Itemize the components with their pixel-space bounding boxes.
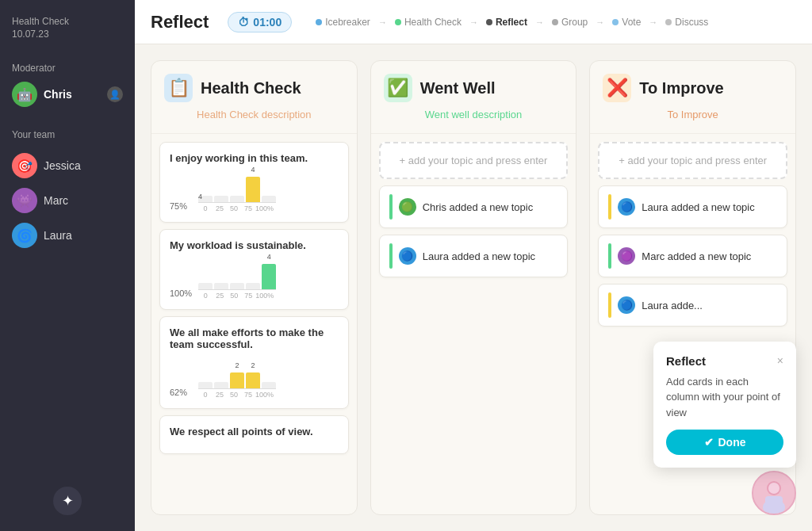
member-name-jessica: Jessica — [44, 159, 81, 172]
user-avatar-svg — [753, 472, 795, 514]
add-topic-to-improve[interactable]: + add your topic and press enter — [598, 142, 787, 179]
moderator-name: Chris — [44, 88, 72, 101]
topic-avatar-laura-ti: 🔵 — [618, 198, 635, 216]
topbar: Reflect ⏱ 01:00 Icebreaker → Health Chec… — [135, 0, 812, 44]
pipe-dot-discuss — [665, 19, 672, 25]
pipe-label-icebreaker: Icebreaker — [325, 17, 370, 28]
hbar-percent-3: 62% — [170, 388, 192, 397]
sidebar-bottom: ✦ — [12, 487, 123, 515]
pipe-step-discuss[interactable]: Discuss — [661, 15, 713, 29]
project-date: 10.07.23 — [12, 29, 123, 41]
health-card-4[interactable]: We respect all points of view. — [159, 415, 349, 454]
avatar-marc: 👾 — [12, 188, 37, 213]
hbar-chart-1: 4 4 — [198, 170, 276, 202]
avatar-laura: 🌀 — [12, 223, 37, 248]
timer-value: 01:00 — [253, 16, 282, 29]
col-title-went-well: Went Well — [420, 79, 496, 97]
pipe-dot-group — [552, 19, 558, 25]
column-header-to-improve: ❌ To Improve To Improve — [590, 61, 795, 134]
topic-card-laura-ww[interactable]: 🔵 Laura added a new topic — [379, 235, 569, 277]
topic-bar-laura-ti — [608, 194, 611, 220]
hbar-axis-1: 0255075100% — [198, 202, 276, 212]
pipe-arrow-3: → — [535, 17, 544, 27]
moderator-settings-icon[interactable]: 👤 — [107, 86, 123, 102]
pipe-step-reflect[interactable]: Reflect — [481, 15, 532, 29]
timer-badge[interactable]: ⏱ 01:00 — [228, 12, 292, 32]
team-section: Your team 🎯 Jessica 👾 Marc 🌀 Laura — [12, 126, 123, 253]
bottom-user-avatar[interactable] — [752, 471, 796, 515]
bot-icon[interactable]: ✦ — [53, 487, 82, 515]
column-header-went-well: ✅ Went Well Went well description — [371, 61, 576, 134]
tooltip-header: Reflect × — [666, 354, 783, 368]
team-member-marc[interactable]: 👾 Marc — [12, 183, 123, 218]
hbar-container-1: 75% 4 4 — [170, 170, 339, 212]
topic-text-laura-ti: Laura added a new topic — [642, 201, 754, 213]
health-card-title-4: We respect all points of view. — [170, 426, 339, 437]
topic-card-chris[interactable]: 🟢 Chris added a new topic — [379, 185, 569, 228]
tooltip-body: Add cards in each column with your point… — [666, 374, 783, 421]
add-topic-went-well[interactable]: + add your topic and press enter — [379, 142, 569, 179]
pipe-dot-icebreaker — [316, 19, 322, 25]
topic-avatar-laura2-ti: 🔵 — [618, 296, 635, 314]
column-health-check: 📋 Health Check Health Check description … — [151, 60, 358, 515]
content-area: 📋 Health Check Health Check description … — [135, 44, 812, 531]
col-title-health-check: Health Check — [201, 79, 301, 97]
pipe-label-discuss: Discuss — [675, 17, 708, 28]
topic-bar-chris — [389, 194, 393, 220]
tooltip-close-button[interactable]: × — [777, 354, 783, 367]
project-title-text: Health Check — [12, 16, 123, 29]
column-header-top-2: ✅ Went Well — [384, 74, 564, 102]
pipe-arrow-2: → — [469, 17, 478, 27]
col-desc-to-improve: To Improve — [603, 105, 783, 127]
topic-bar-laura2-ti — [608, 292, 611, 318]
pipe-dot-healthcheck — [395, 19, 401, 25]
hbar-chart-2: 4 — [198, 258, 276, 289]
col-icon-health-check: 📋 — [164, 74, 193, 102]
tooltip-done-button[interactable]: ✔ Done — [666, 430, 783, 455]
health-card-3[interactable]: We all make efforts to make the team suc… — [159, 316, 349, 409]
moderator-label: Moderator — [12, 63, 123, 74]
avatar-chris: 🤖 — [12, 82, 37, 107]
col-icon-to-improve: ❌ — [603, 74, 631, 102]
topic-bar-marc-ti — [608, 243, 611, 269]
timer-icon: ⏱ — [238, 16, 249, 29]
done-checkmark-icon: ✔ — [704, 436, 714, 449]
pipe-step-group[interactable]: Group — [547, 15, 592, 29]
team-member-laura[interactable]: 🌀 Laura — [12, 218, 123, 253]
pipe-step-icebreaker[interactable]: Icebreaker — [311, 15, 375, 29]
pipe-step-healthcheck[interactable]: Health Check — [390, 15, 466, 29]
team-member-jessica[interactable]: 🎯 Jessica — [12, 148, 123, 183]
topic-bar-laura-ww — [389, 243, 393, 269]
topic-text-laura2-ti: Laura adde... — [642, 300, 703, 311]
health-card-1[interactable]: I enjoy working in this team. 75% 4 — [159, 142, 349, 223]
svg-rect-4 — [765, 496, 783, 507]
topic-avatar-laura-ww: 🔵 — [399, 247, 416, 265]
pipe-label-healthcheck: Health Check — [404, 17, 462, 28]
topic-card-laura2-ti[interactable]: 🔵 Laura adde... — [598, 284, 787, 327]
topic-card-marc-ti[interactable]: 🟣 Marc added a new topic — [598, 235, 787, 277]
moderator-row: 🤖 Chris 👤 — [12, 82, 123, 107]
health-card-title-1: I enjoy working in this team. — [170, 152, 339, 164]
pipe-arrow-1: → — [378, 17, 387, 27]
column-header-health-check: 📋 Health Check Health Check description — [151, 61, 357, 134]
col-desc-health-check: Health Check description — [164, 105, 344, 127]
pipe-arrow-5: → — [649, 17, 657, 27]
topic-text-laura-ww: Laura added a new topic — [423, 250, 535, 262]
health-card-title-2: My workload is sustainable. — [170, 239, 339, 251]
pipe-dot-vote — [612, 19, 619, 25]
member-name-laura: Laura — [44, 229, 72, 242]
topic-card-laura-ti[interactable]: 🔵 Laura added a new topic — [598, 185, 787, 228]
main-content: Reflect ⏱ 01:00 Icebreaker → Health Chec… — [135, 0, 812, 531]
tooltip-popup: Reflect × Add cards in each column with … — [653, 342, 796, 468]
health-card-2[interactable]: My workload is sustainable. 100% — [159, 229, 349, 310]
hbar-container-3: 62% 2 2 — [170, 357, 339, 399]
sidebar: Health Check 10.07.23 Moderator 🤖 Chris … — [0, 0, 135, 531]
pipe-step-vote[interactable]: Vote — [607, 15, 645, 29]
pipe-dot-reflect — [486, 19, 492, 25]
member-name-marc: Marc — [44, 194, 68, 207]
col-title-to-improve: To Improve — [639, 79, 723, 97]
avatar-jessica: 🎯 — [12, 153, 37, 178]
column-header-top: 📋 Health Check — [164, 74, 344, 102]
topic-text-marc-ti: Marc added a new topic — [642, 250, 751, 262]
column-header-top-3: ❌ To Improve — [603, 74, 783, 102]
